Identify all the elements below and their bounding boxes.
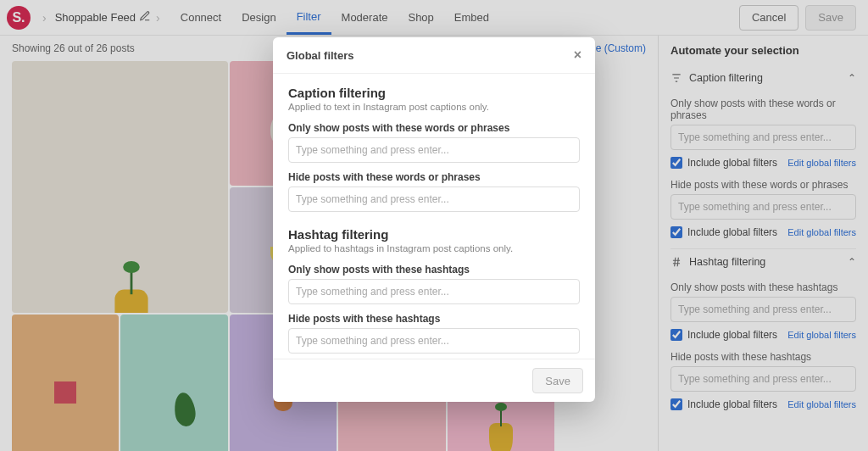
modal-header: Global filters × [273, 37, 595, 74]
modal-overlay[interactable]: Global filters × Caption filtering Appli… [0, 0, 868, 451]
modal-hashtag-only-label: Only show posts with these hashtags [288, 264, 580, 276]
modal-title: Global filters [287, 49, 353, 62]
modal-hashtag-hide-input[interactable] [288, 328, 580, 354]
modal-caption-title: Caption filtering [288, 86, 580, 100]
close-icon[interactable]: × [574, 47, 581, 63]
modal-save-button[interactable]: Save [532, 368, 583, 393]
modal-hashtag-only-input[interactable] [288, 279, 580, 304]
modal-caption-only-label: Only show posts with these words or phra… [288, 122, 580, 134]
modal-caption-hide-input[interactable] [288, 187, 580, 212]
modal-caption-sub: Applied to text in Instagram post captio… [288, 102, 580, 112]
global-filters-modal: Global filters × Caption filtering Appli… [273, 37, 595, 402]
modal-body: Caption filtering Applied to text in Ins… [273, 74, 595, 359]
modal-hashtag-sub: Applied to hashtags in Instagram post ca… [288, 243, 580, 253]
modal-caption-only-input[interactable] [288, 137, 580, 163]
modal-caption-hide-label: Hide posts with these words or phrases [288, 171, 580, 183]
modal-hashtag-hide-label: Hide posts with these hashtags [288, 313, 580, 325]
modal-hashtag-title: Hashtag filtering [288, 227, 580, 242]
modal-footer: Save [273, 359, 595, 402]
